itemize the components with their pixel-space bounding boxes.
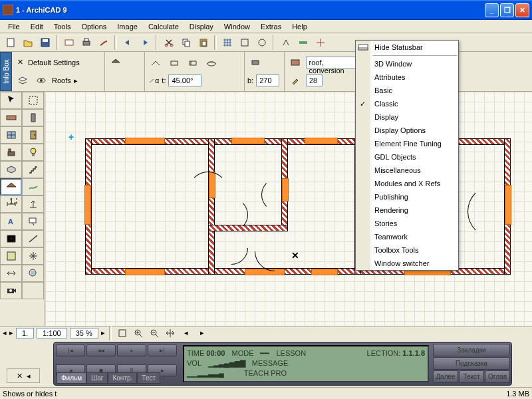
menu-3d-window[interactable]: 3D Window: [356, 57, 458, 70]
player-prev[interactable]: |◂: [56, 344, 85, 356]
cut-button[interactable]: [161, 35, 177, 51]
menu-help[interactable]: Help: [287, 21, 313, 32]
text-button[interactable]: Текст: [459, 370, 484, 383]
player-next[interactable]: ▸|: [148, 344, 177, 356]
menu-window-switcher[interactable]: Window switcher: [356, 257, 458, 270]
menu-file[interactable]: File: [3, 21, 25, 32]
geom-1[interactable]: [148, 55, 164, 70]
menu-classic[interactable]: ✓Classic: [356, 97, 458, 110]
label-tool[interactable]: [22, 213, 44, 230]
menu-display-options[interactable]: Display Options: [356, 124, 458, 137]
layer-name[interactable]: Roofs: [52, 76, 71, 84]
menu-element-fine-tuning[interactable]: Element Fine Tuning: [356, 137, 458, 150]
scale-field[interactable]: 1:100: [37, 328, 67, 338]
marquee-tool[interactable]: [22, 92, 44, 109]
object-tool[interactable]: [0, 144, 22, 161]
menu-extras[interactable]: Extras: [255, 21, 287, 32]
corner-widget[interactable]: ✕ ◂: [7, 368, 40, 383]
grid-button[interactable]: [219, 35, 235, 51]
player-play[interactable]: ▸: [117, 344, 146, 356]
roof-tool-icon[interactable]: [108, 55, 124, 70]
zoom-field[interactable]: 35 %: [70, 328, 98, 338]
menu-basic[interactable]: Basic: [356, 84, 458, 97]
plotmaker-button[interactable]: [61, 35, 77, 51]
construction-icon[interactable]: [247, 55, 263, 70]
eye-icon[interactable]: [33, 72, 49, 88]
menu-publishing[interactable]: Publishing: [356, 190, 458, 203]
menu-edit[interactable]: Edit: [25, 21, 49, 32]
slab-tool[interactable]: [0, 161, 22, 178]
player-rew[interactable]: ◂◂: [86, 344, 116, 356]
hotspot-tool[interactable]: [22, 247, 44, 265]
layer-icon[interactable]: [15, 72, 31, 88]
menu-window[interactable]: Window: [219, 21, 255, 32]
zoom-down-icon[interactable]: ▸: [101, 329, 105, 337]
story-field[interactable]: 1.: [16, 328, 34, 338]
next-view-icon[interactable]: ▸: [196, 327, 209, 339]
maximize-button[interactable]: ❐: [500, 3, 514, 17]
tool-d[interactable]: [295, 35, 311, 51]
print-button[interactable]: [78, 35, 94, 51]
menu-modules-xrefs[interactable]: Modules and X Refs: [356, 177, 458, 190]
menu-stories[interactable]: Stories: [356, 217, 458, 230]
menu-toolbox-tools[interactable]: Toolbox Tools: [356, 243, 458, 257]
menu-hide-statusbar[interactable]: Hide Statusbar: [356, 41, 458, 54]
fill-tool[interactable]: [0, 230, 22, 247]
tab-step[interactable]: Шаг: [86, 372, 108, 384]
menu-display[interactable]: Display: [184, 21, 219, 32]
tool-c[interactable]: [278, 35, 294, 51]
material-field[interactable]: roof, conversion: [306, 57, 361, 68]
close-button[interactable]: ✕: [515, 3, 529, 17]
menu-rendering[interactable]: Rendering: [356, 203, 458, 217]
close-icon[interactable]: ✕: [15, 57, 25, 68]
tool-b[interactable]: [254, 35, 270, 51]
open-button[interactable]: [20, 35, 36, 51]
paste-button[interactable]: [196, 35, 211, 51]
drawing-canvas[interactable]: ✕ +: [45, 92, 532, 326]
contents-button[interactable]: Оглав: [485, 370, 510, 383]
minimize-button[interactable]: _: [485, 3, 499, 17]
tool-e[interactable]: [313, 35, 329, 51]
menu-tools[interactable]: Tools: [49, 21, 76, 32]
geom-3[interactable]: [185, 55, 201, 70]
chevron-right-icon[interactable]: ▸: [74, 76, 78, 85]
menu-calculate[interactable]: Calculate: [143, 21, 184, 32]
level-tool[interactable]: [22, 196, 44, 213]
b-value[interactable]: 270: [256, 74, 279, 86]
nav-left-icon[interactable]: ◂: [3, 329, 7, 337]
wall-tool[interactable]: [0, 109, 22, 126]
geom-2[interactable]: [166, 55, 182, 70]
detail-tool[interactable]: [22, 265, 44, 282]
field-28[interactable]: 28: [306, 74, 323, 86]
door-tool[interactable]: [22, 126, 44, 144]
dimension-tool[interactable]: 1.2: [0, 196, 22, 213]
infobox-tab[interactable]: Info Box: [0, 52, 12, 91]
zone-tool[interactable]: [0, 247, 22, 265]
menu-gdl-objects[interactable]: GDL Objects: [356, 150, 458, 164]
redo-button[interactable]: [137, 35, 153, 51]
material-icon[interactable]: [287, 55, 303, 70]
menu-attributes[interactable]: Attributes: [356, 70, 458, 84]
roof-tool[interactable]: [0, 178, 22, 196]
next-button[interactable]: Далее: [433, 370, 458, 383]
arrow-tool[interactable]: [0, 92, 22, 109]
tab-test[interactable]: Тест: [137, 372, 160, 384]
plot-button[interactable]: [96, 35, 112, 51]
angle-value[interactable]: 45.00°: [168, 74, 201, 86]
column-tool[interactable]: [22, 109, 44, 126]
fit-icon[interactable]: [116, 327, 129, 339]
copy-button[interactable]: [178, 35, 194, 51]
tab-film[interactable]: Фильм: [57, 372, 86, 384]
tab-control[interactable]: Контр.: [108, 372, 137, 384]
menu-options[interactable]: Options: [76, 21, 112, 32]
menu-display-item[interactable]: Display: [356, 110, 458, 124]
bookmarks-button[interactable]: Закладки: [433, 344, 510, 356]
line-tool[interactable]: [22, 230, 44, 247]
stair-tool[interactable]: [22, 161, 44, 178]
pan-icon[interactable]: [164, 327, 177, 339]
new-button[interactable]: [3, 35, 19, 51]
window-tool[interactable]: [0, 126, 22, 144]
camera-tool[interactable]: [0, 282, 22, 299]
tool-a[interactable]: [237, 35, 253, 51]
zoom-out-icon[interactable]: [148, 327, 161, 339]
